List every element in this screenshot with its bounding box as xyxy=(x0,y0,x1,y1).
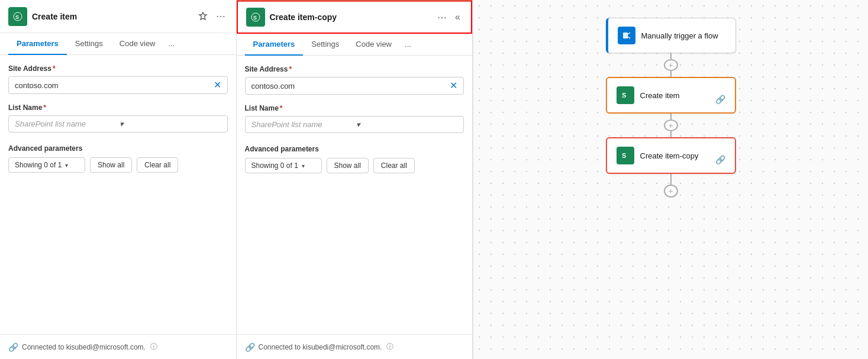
panel2-collapse-button[interactable]: « xyxy=(453,9,463,25)
connector-1: + xyxy=(664,53,678,77)
panel1-clear-all-button[interactable]: Clear all xyxy=(137,157,178,173)
panel1-list-name-select[interactable]: SharePoint list name ▾ xyxy=(8,115,228,132)
panel2-advanced-controls: Showing 0 of 1 ▾ Show all Clear all xyxy=(245,158,464,173)
panel2-advanced-label: Advanced parameters xyxy=(245,145,464,153)
panel2-more-button[interactable]: ⋯ xyxy=(435,9,449,25)
trigger-node: Manually trigger a flow xyxy=(606,18,736,53)
create-copy-node-label: Create item-copy xyxy=(640,151,709,160)
create-item-link-icon: 🔗 xyxy=(715,95,725,104)
create-copy-node-box[interactable]: S Create item-copy 🔗 xyxy=(606,137,736,174)
panel1-show-all-button[interactable]: Show all xyxy=(90,157,132,173)
panel1-list-name-label: List Name * xyxy=(8,104,228,112)
panel1-site-address-label: Site Address * xyxy=(8,64,228,73)
svg-line-6 xyxy=(628,37,630,38)
panel1-showing-text: Showing 0 of 1 xyxy=(15,161,62,169)
panel1-info-icon[interactable]: ⓘ xyxy=(150,342,157,352)
panel2-advanced-section: Advanced parameters Showing 0 of 1 ▾ Sho… xyxy=(245,145,464,173)
panel2-showing-chevron: ▾ xyxy=(302,163,305,169)
flow-canvas: Manually trigger a flow + S Create item … xyxy=(473,0,868,359)
svg-text:S: S xyxy=(622,152,626,159)
panel1-more-button[interactable]: ⋯ xyxy=(214,8,228,24)
panel1-actions: ⋯ xyxy=(196,8,228,24)
panel2-info-icon[interactable]: ⓘ xyxy=(386,342,393,352)
trigger-node-label: Manually trigger a flow xyxy=(641,31,726,40)
panel1-tab-parameters[interactable]: Parameters xyxy=(8,33,67,55)
panel2-list-name-select[interactable]: SharePoint list name ▾ xyxy=(245,116,464,133)
panel-create-item: S Create item ⋯ Parameters Settings Code… xyxy=(0,0,237,359)
panel2-list-name-group: List Name * SharePoint list name ▾ xyxy=(245,104,464,133)
add-button-3[interactable]: + xyxy=(664,185,678,198)
panel2-connection-footer: 🔗 Connected to kisubedi@microsoft.com. ⓘ xyxy=(237,334,473,359)
panel1-title: Create item xyxy=(32,12,191,21)
create-item-node-box[interactable]: S Create item 🔗 xyxy=(606,77,736,114)
panel2-site-address-group: Site Address * ✕ xyxy=(245,65,464,95)
panel1-connection-icon: 🔗 xyxy=(8,342,18,352)
create-copy-node-icon: S xyxy=(617,147,634,164)
create-copy-node: S Create item-copy 🔗 xyxy=(606,137,736,174)
create-item-node-icon: S xyxy=(617,86,634,104)
panel2-tabs: Parameters Settings Code view ... xyxy=(237,34,473,56)
connector-line-1b xyxy=(670,71,672,77)
connector-line-3 xyxy=(670,174,672,185)
create-item-node-label: Create item xyxy=(640,91,709,100)
panel1-advanced-label: Advanced parameters xyxy=(8,144,228,153)
panel1-list-name-group: List Name * SharePoint list name ▾ xyxy=(8,104,228,132)
panel2-tab-settings[interactable]: Settings xyxy=(303,34,347,56)
panel-create-item-copy: S Create item-copy ⋯ « Parameters Settin… xyxy=(237,0,473,359)
panel1-tab-settings[interactable]: Settings xyxy=(67,33,111,55)
panel2-connection-icon: 🔗 xyxy=(245,342,255,352)
panel1-list-chevron-icon: ▾ xyxy=(120,119,221,128)
panel1-list-name-placeholder: SharePoint list name xyxy=(15,119,116,128)
trigger-node-box[interactable]: Manually trigger a flow xyxy=(606,18,736,53)
panel2-site-address-input[interactable] xyxy=(251,82,447,90)
panel2-actions: ⋯ « xyxy=(435,9,463,25)
panel1-header: S Create item ⋯ xyxy=(0,0,236,33)
panel1-site-address-input[interactable] xyxy=(15,81,210,90)
trigger-node-icon xyxy=(618,27,635,44)
panel2-connection-text: Connected to kisubedi@microsoft.com. xyxy=(259,343,382,351)
panel1-pin-button[interactable] xyxy=(196,9,210,24)
panel1-tabs: Parameters Settings Code view ... xyxy=(0,33,236,55)
connector-line-2 xyxy=(670,114,672,119)
panel1-connection-footer: 🔗 Connected to kisubedi@microsoft.com. ⓘ xyxy=(0,334,236,359)
panel1-advanced-section: Advanced parameters Showing 0 of 1 ▾ Sho… xyxy=(8,144,228,173)
flow-diagram: Manually trigger a flow + S Create item … xyxy=(606,18,736,198)
panel1-site-address-input-wrap: ✕ xyxy=(8,76,228,94)
panel1-site-address-clear[interactable]: ✕ xyxy=(214,80,221,90)
svg-text:S: S xyxy=(15,14,19,20)
panel2-body: Site Address * ✕ List Name * SharePoint … xyxy=(237,56,473,334)
connector-line-1 xyxy=(670,53,672,59)
svg-rect-4 xyxy=(623,33,628,38)
panel2-list-name-placeholder: SharePoint list name xyxy=(251,120,353,129)
panel2-tab-codeview[interactable]: Code view xyxy=(347,34,400,56)
panel2-showing-text: Showing 0 of 1 xyxy=(251,161,298,170)
panel1-showing-chevron: ▾ xyxy=(65,162,68,169)
panel2-tab-parameters[interactable]: Parameters xyxy=(245,34,304,56)
panel1-body: Site Address * ✕ List Name * SharePoint … xyxy=(0,55,236,334)
panel1-connection-text: Connected to kisubedi@microsoft.com. xyxy=(22,343,146,351)
add-button-1[interactable]: + xyxy=(664,59,678,71)
svg-text:S: S xyxy=(622,92,626,99)
create-copy-link-icon: 🔗 xyxy=(715,155,725,164)
panel2-site-address-label: Site Address * xyxy=(245,65,464,73)
connector-2: + xyxy=(664,114,678,137)
panel1-icon: S xyxy=(8,7,27,26)
svg-text:S: S xyxy=(253,15,257,21)
create-item-node: S Create item 🔗 xyxy=(606,77,736,114)
panel1-tab-codeview[interactable]: Code view xyxy=(111,33,164,55)
panel2-clear-all-button[interactable]: Clear all xyxy=(373,158,415,173)
panel2-list-chevron-icon: ▾ xyxy=(356,120,457,129)
svg-line-5 xyxy=(628,33,630,34)
panel2-site-address-clear[interactable]: ✕ xyxy=(450,81,457,90)
panel1-showing-dropdown[interactable]: Showing 0 of 1 ▾ xyxy=(8,157,85,173)
panel2-show-all-button[interactable]: Show all xyxy=(327,158,369,173)
panel1-site-address-group: Site Address * ✕ xyxy=(8,64,228,94)
panel2-title: Create item-copy xyxy=(270,12,431,22)
panel2-icon: S xyxy=(246,8,265,27)
panel2-showing-dropdown[interactable]: Showing 0 of 1 ▾ xyxy=(245,158,322,173)
panel2-site-address-input-wrap: ✕ xyxy=(245,77,464,95)
add-button-2[interactable]: + xyxy=(664,119,678,131)
panel1-tab-more[interactable]: ... xyxy=(164,33,180,55)
panel2-tab-more[interactable]: ... xyxy=(400,34,416,56)
panel1-advanced-controls: Showing 0 of 1 ▾ Show all Clear all xyxy=(8,157,228,173)
